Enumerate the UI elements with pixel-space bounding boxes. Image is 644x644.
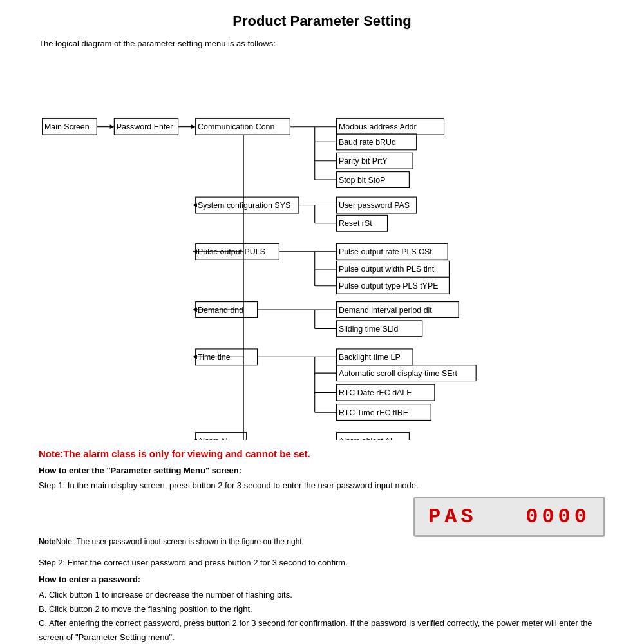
rtc-date-label: RTC Date rEC dALE	[339, 388, 412, 397]
page-container: Product Parameter Setting The logical di…	[0, 0, 644, 644]
note-display: NoteNote: The user password input screen…	[39, 537, 605, 546]
svg-marker-18	[193, 308, 197, 312]
demand-interval-label: Demand interval period dit	[339, 306, 432, 315]
note-red: Note:The alarm class is only for viewing…	[39, 448, 605, 459]
backlight-label: Backlight time LP	[339, 353, 401, 362]
svg-marker-5	[191, 124, 196, 129]
alarm-object-label: Alarm object AL	[339, 437, 395, 440]
step2-text: Step 2: Enter the correct user password …	[39, 556, 605, 569]
abc-b: B. Click button 2 to move the flashing p…	[39, 602, 605, 616]
diagram-container: Main Screen Password Enter Communication…	[39, 55, 605, 442]
intro-text: The logical diagram of the parameter set…	[39, 39, 605, 48]
abc-c: C. After entering the correct password, …	[39, 616, 605, 644]
alarm-label: Alarm AL	[198, 437, 230, 440]
pulse-type-label: Pulse output type PLS tYPE	[339, 281, 439, 290]
svg-marker-2	[110, 124, 115, 129]
password-enter-label: Password Enter	[117, 122, 173, 131]
modbus-label: Modbus address Addr	[339, 122, 417, 131]
pulse-width-label: Pulse output width PLS tint	[339, 265, 435, 274]
pulse-rate-label: Pulse output rate PLS CSt	[339, 247, 432, 256]
parity-label: Parity bit PrtY	[339, 156, 388, 166]
page-title: Product Parameter Setting	[39, 13, 605, 30]
svg-marker-14	[193, 203, 197, 207]
auto-scroll-label: Automatic scroll display time SErt	[339, 369, 458, 378]
section1-title: How to enter the "Parameter setting Menu…	[39, 466, 605, 475]
svg-marker-16	[193, 249, 197, 254]
lcd-text: PAS	[428, 505, 477, 529]
abc-a: A. Click button 1 to increase or decreas…	[39, 588, 605, 602]
svg-marker-22	[193, 439, 197, 440]
section2-title: How to enter a password:	[39, 574, 605, 584]
lcd-display: PAS 0000	[413, 497, 605, 537]
sliding-time-label: Sliding time SLid	[339, 325, 399, 334]
comm-label: Communication Conn	[198, 122, 274, 131]
main-screen-label: Main Screen	[44, 122, 90, 131]
abc-list: A. Click button 1 to increase or decreas…	[39, 588, 605, 644]
stop-label: Stop bit StoP	[339, 176, 385, 185]
password-section: PAS 0000 NoteNote: The user password inp…	[39, 497, 605, 551]
reset-label: Reset rSt	[339, 219, 372, 228]
user-pass-label: User password PAS	[339, 201, 410, 210]
baud-label: Baud rate bRUd	[339, 138, 396, 147]
lcd-zeros: 0000	[526, 505, 591, 529]
svg-marker-20	[193, 355, 197, 359]
step1-text: Step 1: In the main display screen, pres…	[39, 479, 605, 492]
rtc-time-label: RTC Time rEC tIRE	[339, 408, 408, 417]
